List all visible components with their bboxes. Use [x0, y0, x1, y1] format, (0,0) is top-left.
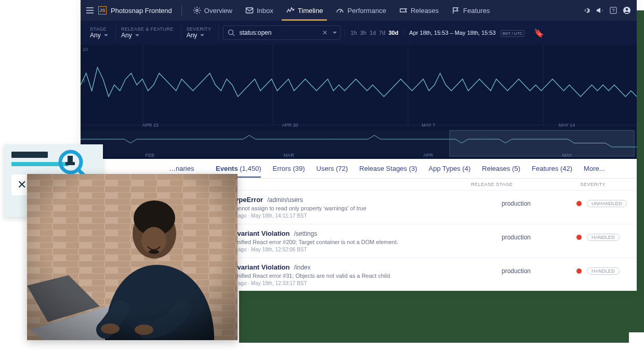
date-range-label: Apr 18th, 15:53 – May 18th, 15:53 [409, 30, 495, 36]
settings-icon[interactable] [582, 6, 591, 15]
clear-icon[interactable]: ✕ [320, 28, 330, 37]
filter-bar: STAGE Any RELEASE & FEATURE Any SEVERITY… [81, 21, 637, 45]
svg-rect-22 [65, 162, 75, 165]
tab-app-types[interactable]: App Types (4) [429, 165, 471, 172]
nav-label: Timeline [298, 7, 323, 15]
project-name[interactable]: Photosnap Frontend [111, 7, 172, 15]
svg-point-9 [626, 8, 628, 10]
nav-label: Releases [411, 7, 439, 15]
search-icon [227, 28, 236, 37]
tab-label: Events [216, 165, 238, 172]
performance-icon [335, 6, 345, 15]
x-tick: APR 30 [282, 123, 298, 128]
event-desc: Cannot assign to read only property 'war… [231, 205, 494, 211]
svg-line-5 [340, 10, 341, 12]
time-btn[interactable]: 3h [360, 30, 366, 36]
event-stage: production [502, 263, 569, 275]
time-btn[interactable]: 1d [370, 30, 376, 36]
severity-dot-icon [576, 235, 582, 240]
project-icon: JS [98, 6, 107, 15]
severity-dot-icon [576, 268, 582, 274]
event-title: Invariant Violation [231, 263, 290, 271]
severity-dot-icon [576, 201, 582, 206]
features-icon [451, 6, 461, 15]
col-severity: SEVERITY [580, 182, 606, 187]
severity-pill: HANDLED [587, 267, 620, 275]
tab-label: More... [584, 165, 604, 172]
nav-features[interactable]: Features [447, 0, 494, 21]
x-axis-main: APR 23 APR 30 MAY 7 MAY 14 [81, 123, 637, 128]
account-icon[interactable] [622, 6, 632, 15]
tab-count: (42) [560, 165, 572, 172]
severity-pill: HANDLED [587, 234, 620, 241]
event-meta: … ago · May 18th, 14:11:17 BST [231, 213, 494, 219]
x-tick: MAY [562, 153, 572, 158]
filter-label: SEVERITY [187, 26, 212, 32]
tab-count: (39) [293, 165, 305, 172]
nav-label: Performance [347, 7, 386, 15]
filter-label: RELEASE & FEATURE [121, 26, 174, 32]
announce-icon[interactable] [595, 6, 604, 15]
divider [181, 5, 182, 16]
bookmark-icon[interactable]: 🔖 [534, 28, 544, 38]
timezone-badge[interactable]: BST / UTC [501, 30, 525, 37]
tab-errors[interactable]: Errors (39) [272, 165, 305, 172]
event-stage: production [502, 230, 569, 241]
event-stage: production [502, 196, 569, 207]
tab-label: App Types [429, 165, 461, 172]
nav-timeline[interactable]: Timeline [282, 0, 327, 21]
svg-line-11 [233, 34, 234, 36]
releases-icon [399, 6, 408, 15]
event-desc: Minified React error #31; Objects are no… [231, 273, 494, 279]
filter-stage[interactable]: STAGE Any [85, 24, 116, 41]
filter-severity[interactable]: SEVERITY Any [181, 24, 219, 41]
nav-performance[interactable]: Performance [331, 0, 390, 21]
help-icon[interactable]: ? [609, 6, 618, 15]
event-path: /index [294, 264, 310, 271]
x-tick: FEB [145, 153, 154, 158]
nav-label: Overview [204, 7, 232, 15]
tab-releases[interactable]: Releases (5) [482, 165, 520, 172]
filter-value: Any [187, 32, 198, 39]
decor-bar [11, 152, 48, 158]
x-tick: MAR [284, 153, 294, 158]
time-btn[interactable]: 7d [379, 30, 385, 36]
time-btn[interactable]: 30d [388, 30, 398, 36]
nav-releases[interactable]: Releases [395, 0, 443, 21]
filter-release-feature[interactable]: RELEASE & FEATURE Any [116, 24, 181, 41]
chart-svg [81, 45, 637, 159]
tab-users[interactable]: Users (72) [317, 165, 348, 172]
tab-count: (72) [336, 165, 348, 172]
tab-label: Users [317, 165, 334, 172]
tab-more[interactable]: More... [584, 165, 604, 172]
tab-features[interactable]: Features (42) [532, 165, 572, 172]
caret-icon [104, 34, 108, 36]
tab-count: (5) [512, 165, 520, 172]
event-desc: Minified React error #200; Target contai… [231, 239, 494, 245]
menu-icon[interactable] [86, 6, 94, 15]
tab-release-stages[interactable]: Release Stages (3) [359, 165, 417, 172]
x-tick: MAY 7 [422, 123, 435, 128]
svg-rect-37 [27, 174, 238, 340]
event-meta: … ago · May 18th, 12:52:06 BST [231, 247, 494, 252]
timeline-chart[interactable]: 10 5 APR 23 APR 30 MAY 7 MAY 14 F [81, 45, 637, 159]
x-tick: MAY 14 [559, 123, 575, 128]
sidebar-summaries[interactable]: …naries [169, 165, 194, 172]
filter-label: STAGE [90, 26, 108, 32]
date-range[interactable]: Apr 18th, 15:53 – May 18th, 15:53 BST / … [404, 30, 530, 36]
timeline-icon [286, 6, 295, 15]
time-btn[interactable]: 1h [350, 30, 357, 36]
svg-text:?: ? [612, 8, 614, 13]
nav-overview[interactable]: Overview [188, 0, 236, 21]
x-tick: APR 23 [142, 123, 159, 128]
time-range-buttons: 1h 3h 1d 7d 30d [345, 30, 404, 36]
event-meta: … ago · May 18th, 12:33:17 BST [231, 280, 494, 286]
caret-icon[interactable] [333, 32, 337, 34]
nav-inbox[interactable]: Inbox [241, 0, 278, 21]
tab-label: Errors [272, 165, 291, 172]
search-box[interactable]: ✕ [223, 25, 340, 40]
tab-label: Features [532, 165, 558, 172]
caret-icon [135, 34, 139, 36]
tab-count: (1,450) [240, 165, 261, 172]
search-input[interactable] [239, 29, 317, 36]
